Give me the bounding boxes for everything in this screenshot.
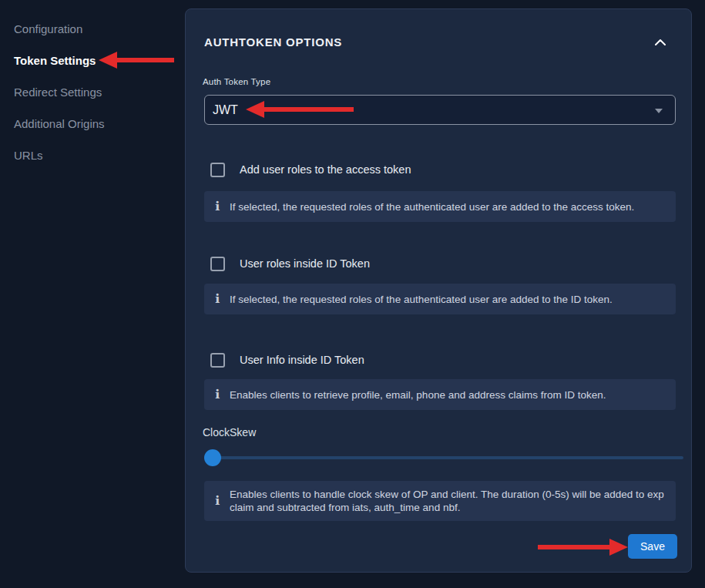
checkbox-label: User roles inside ID Token [240,257,370,270]
info-text: If selected, the requested roles of the … [230,293,613,306]
user-roles-id-token-checkbox[interactable] [210,257,225,271]
add-user-roles-checkbox[interactable] [210,163,225,177]
chevron-down-icon [655,109,663,113]
auth-token-type-label: Auth Token Type [203,77,270,86]
info-box-access-token-roles: ℹ If selected, the requested roles of th… [204,191,676,222]
info-box-user-info: ℹ Enables clients to retrieve profile, e… [204,379,676,410]
chevron-up-icon [655,39,666,45]
info-icon: ℹ [213,293,221,305]
annotation-arrow-save [538,539,628,556]
info-text: If selected, the requested roles of the … [230,200,634,213]
info-text: Enables clients to handle clock skew of … [230,488,666,514]
checkbox-row-access-token-roles: Add user roles to the access token [210,161,411,178]
info-box-id-token-roles: ℹ If selected, the requested roles of th… [204,284,676,314]
slider-track[interactable] [204,456,683,459]
checkbox-label: Add user roles to the access token [240,163,411,176]
slider-thumb[interactable] [204,449,221,466]
sidebar-item-additional-origins[interactable]: Additional Origins [14,117,105,130]
save-button[interactable]: Save [628,534,677,559]
checkbox-row-user-info: User Info inside ID Token [210,351,364,368]
checkbox-row-id-token-roles: User roles inside ID Token [210,255,370,272]
checkbox-label: User Info inside ID Token [240,354,364,366]
auth-token-type-select[interactable]: JWT [204,95,676,125]
info-icon: ℹ [213,495,221,507]
sidebar-item-urls[interactable]: URLs [14,149,43,162]
auth-token-type-value: JWT [213,103,238,117]
clockskew-label: ClockSkew [203,426,256,438]
info-box-clockskew: ℹ Enables clients to handle clock skew o… [204,481,676,521]
sidebar-item-configuration[interactable]: Configuration [14,22,82,35]
arrow-head-icon [609,539,628,556]
card-title: AUTHTOKEN OPTIONS [204,35,342,49]
clockskew-slider[interactable] [204,449,683,466]
sidebar-item-token-settings[interactable]: Token Settings [14,54,96,67]
authtoken-options-card: AUTHTOKEN OPTIONS Auth Token Type JWT Ad… [185,8,692,573]
collapse-section-button[interactable] [650,32,670,52]
settings-sidebar: Configuration Token Settings Redirect Se… [0,0,185,588]
info-icon: ℹ [213,388,221,401]
sidebar-item-redirect-settings[interactable]: Redirect Settings [14,86,102,99]
user-info-id-token-checkbox[interactable] [210,353,225,368]
arrow-shaft [538,545,609,549]
info-icon: ℹ [213,200,221,213]
info-text: Enables clients to retrieve profile, ema… [230,388,606,402]
